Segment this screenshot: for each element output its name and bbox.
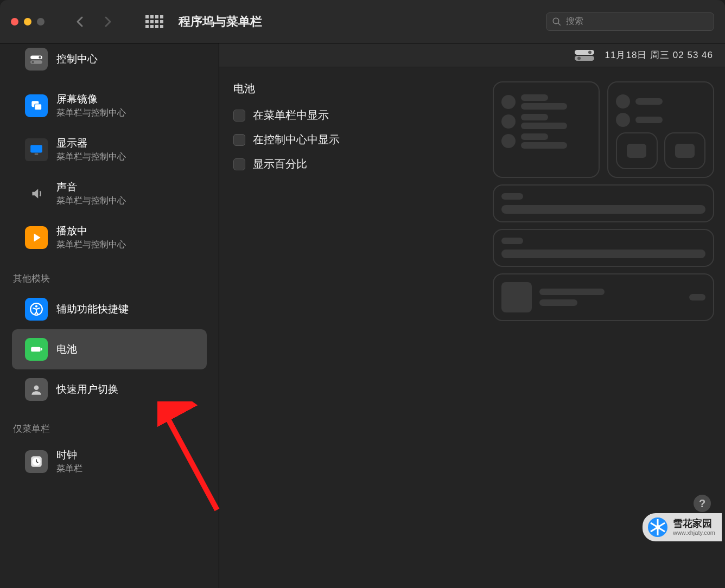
svg-rect-12 — [41, 348, 42, 350]
forward-icon[interactable] — [101, 15, 114, 28]
menubar-preview: 11月18日 周三 02 53 46 — [219, 43, 725, 67]
svg-point-22 — [656, 525, 660, 529]
control-center-icon — [25, 48, 48, 71]
svg-rect-8 — [35, 153, 39, 155]
sidebar-item-label: 辅助功能快捷键 — [56, 302, 129, 316]
checkbox[interactable] — [233, 134, 245, 146]
menubar-clock: 11月18日 周三 02 53 46 — [605, 49, 713, 61]
sidebar-item-label: 显示器 — [56, 136, 126, 150]
sidebar-item-label: 控制中心 — [56, 52, 98, 66]
option-show-percentage[interactable]: 显示百分比 — [233, 157, 493, 171]
preview-tile — [493, 184, 714, 222]
option-show-in-menubar[interactable]: 在菜单栏中显示 — [233, 108, 493, 123]
svg-point-4 — [31, 61, 34, 63]
sidebar-section-menubar-only: 仅菜单栏 — [0, 410, 219, 439]
control-center-menubar-icon — [575, 50, 594, 61]
main-content: 11月18日 周三 02 53 46 电池 在菜单栏中显示 在控制中心中显示 显… — [219, 43, 725, 588]
preview-tile — [493, 273, 714, 321]
sidebar-section-other: 其他模块 — [0, 259, 219, 289]
control-center-preview — [493, 81, 725, 588]
play-icon — [25, 226, 48, 249]
option-show-in-control-center[interactable]: 在控制中心中显示 — [233, 132, 493, 147]
window-controls — [11, 18, 44, 25]
svg-point-19 — [577, 56, 581, 60]
sidebar-item-sublabel: 菜单栏 — [56, 463, 82, 475]
window-title: 程序坞与菜单栏 — [179, 14, 262, 30]
sidebar-item-label: 播放中 — [56, 224, 126, 238]
fullscreen-window-button[interactable] — [37, 18, 44, 25]
search-icon — [552, 17, 562, 27]
watermark-url: www.xhjaty.com — [673, 529, 715, 536]
sidebar-item-clock[interactable]: 时钟 菜单栏 — [12, 439, 207, 483]
sidebar: 控制中心 屏幕镜像 菜单栏与控制中心 显示器 菜单栏与控制中心 — [0, 43, 219, 588]
battery-icon — [25, 338, 48, 361]
search-input[interactable]: 搜索 — [546, 12, 714, 31]
sidebar-item-screen-mirroring[interactable]: 屏幕镜像 菜单栏与控制中心 — [12, 84, 207, 127]
option-label: 在控制中心中显示 — [253, 132, 340, 147]
minimize-window-button[interactable] — [24, 18, 31, 25]
close-window-button[interactable] — [11, 18, 18, 25]
svg-point-17 — [588, 50, 592, 54]
svg-point-0 — [553, 18, 559, 24]
user-icon — [25, 378, 48, 401]
sidebar-item-battery[interactable]: 电池 — [12, 329, 207, 369]
watermark-logo-icon — [647, 516, 669, 538]
help-button[interactable]: ? — [694, 495, 711, 512]
sidebar-item-fast-user-switching[interactable]: 快速用户切换 — [12, 369, 207, 410]
display-icon — [25, 138, 48, 161]
svg-rect-7 — [30, 145, 42, 152]
accessibility-icon — [25, 298, 48, 321]
option-label: 在菜单栏中显示 — [253, 108, 329, 123]
svg-point-2 — [39, 56, 41, 59]
back-icon[interactable] — [74, 15, 87, 28]
sidebar-item-sublabel: 菜单栏与控制中心 — [56, 195, 126, 207]
checkbox[interactable] — [233, 158, 245, 170]
checkbox[interactable] — [233, 110, 245, 122]
option-label: 显示百分比 — [253, 157, 307, 171]
clock-icon — [25, 450, 48, 473]
sidebar-item-sublabel: 菜单栏与控制中心 — [56, 239, 126, 251]
sidebar-item-label: 时钟 — [56, 448, 82, 462]
screen-mirror-icon — [25, 94, 48, 117]
sidebar-item-display[interactable]: 显示器 菜单栏与控制中心 — [12, 127, 207, 171]
section-heading: 电池 — [233, 81, 493, 96]
preview-tile — [607, 81, 714, 178]
svg-rect-6 — [35, 104, 42, 110]
preview-tile — [493, 81, 600, 178]
sidebar-item-label: 快速用户切换 — [56, 382, 118, 397]
sidebar-item-accessibility[interactable]: 辅助功能快捷键 — [12, 289, 207, 329]
sidebar-item-label: 屏幕镜像 — [56, 92, 126, 106]
sidebar-item-sublabel: 菜单栏与控制中心 — [56, 107, 126, 119]
sound-icon — [25, 182, 48, 205]
sidebar-item-control-center[interactable]: 控制中心 — [12, 48, 207, 76]
sidebar-item-sublabel: 菜单栏与控制中心 — [56, 151, 126, 163]
watermark: 雪花家园 www.xhjaty.com — [643, 513, 722, 541]
search-placeholder: 搜索 — [566, 16, 583, 27]
svg-point-10 — [35, 305, 37, 307]
preview-tile — [493, 229, 714, 267]
toolbar: 程序坞与菜单栏 搜索 — [0, 0, 725, 43]
svg-point-13 — [34, 385, 39, 390]
show-all-icon[interactable] — [145, 15, 163, 28]
sidebar-item-label: 声音 — [56, 180, 126, 194]
navigation-buttons — [74, 15, 114, 28]
sidebar-item-sound[interactable]: 声音 菜单栏与控制中心 — [12, 171, 207, 215]
svg-rect-11 — [31, 347, 40, 352]
watermark-name: 雪花家园 — [673, 519, 715, 529]
sidebar-item-label: 电池 — [56, 342, 77, 356]
sidebar-item-now-playing[interactable]: 播放中 菜单栏与控制中心 — [12, 215, 207, 259]
